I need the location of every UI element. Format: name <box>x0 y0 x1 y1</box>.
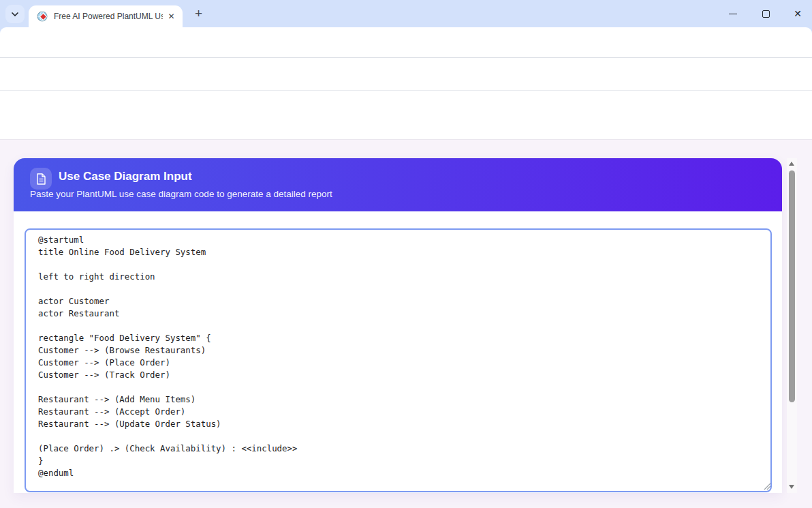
tab-strip: Free AI Powered PlantUML Use ✕ + ✕ <box>0 0 812 27</box>
resize-handle[interactable] <box>763 482 770 490</box>
maximize-icon <box>762 10 770 18</box>
tab-search-button[interactable] <box>5 5 25 23</box>
scroll-up-icon[interactable] <box>789 162 794 166</box>
window-close-button[interactable]: ✕ <box>791 8 805 19</box>
page-content: Use Case Diagram Input Paste your PlantU… <box>0 140 812 508</box>
app-header: Use Case Diagram Report Generator Powere… <box>0 58 812 91</box>
tab-favicon-icon <box>37 11 48 23</box>
input-card-header: Use Case Diagram Input Paste your PlantU… <box>14 158 782 211</box>
browser-tab[interactable]: Free AI Powered PlantUML Use ✕ <box>29 5 183 27</box>
plantuml-code-input[interactable]: @startuml title Online Food Delivery Sys… <box>25 228 772 492</box>
window-maximize-button[interactable] <box>759 8 772 19</box>
new-tab-button[interactable]: + <box>193 8 204 20</box>
scroll-down-icon[interactable] <box>789 485 794 489</box>
tab-title: Free AI Powered PlantUML Use <box>54 12 163 21</box>
browser-window: Free AI Powered PlantUML Use ✕ + ✕ ai-to… <box>0 0 812 508</box>
document-icon-chip <box>30 168 52 190</box>
stepper: 1 2 Use Case Diagram Input Generated Rep… <box>0 91 812 140</box>
card-title: Use Case Diagram Input <box>59 170 192 183</box>
card-subtitle: Paste your PlantUML use case diagram cod… <box>30 189 332 199</box>
minimize-icon <box>729 14 737 14</box>
chevron-down-icon <box>11 10 19 18</box>
window-minimize-button[interactable] <box>726 8 740 19</box>
scrollbar-thumb[interactable] <box>789 170 795 402</box>
document-icon <box>36 173 46 185</box>
tab-close-icon[interactable]: ✕ <box>166 11 177 23</box>
page-scrollbar[interactable] <box>787 158 797 493</box>
input-card: Use Case Diagram Input Paste your PlantU… <box>14 158 782 493</box>
browser-toolbar: ai-toolbox.visual-paradigm.com/app/use-c… <box>0 27 812 58</box>
